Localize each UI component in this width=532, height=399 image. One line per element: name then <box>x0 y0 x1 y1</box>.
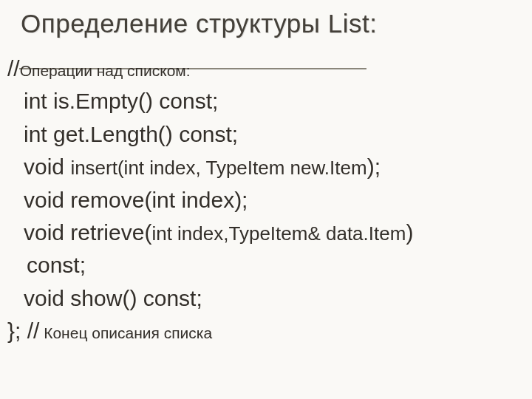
code-line-7: void show() const; <box>7 284 517 313</box>
code-line-5c: ) <box>406 220 413 245</box>
code-line-5b: int index,TypeItem& data.Item <box>151 222 406 245</box>
code-line-5: void retrieve(int index,TypeItem& data.I… <box>7 219 517 247</box>
code-line-8b: Конец описания списка <box>39 324 212 341</box>
slide-title: Определение структуры List: <box>21 9 377 38</box>
code-line-3c: ); <box>367 154 381 179</box>
slide: Определение структуры List: //Операции н… <box>0 0 532 399</box>
code-block: //Операции над списком: int is.Empty() c… <box>7 50 517 350</box>
code-line-3a: void <box>24 154 70 179</box>
comment-text: Операции над списком: <box>20 62 191 79</box>
code-line-8a: }; // <box>7 318 39 343</box>
code-line-5a: void retrieve( <box>24 220 151 245</box>
code-line-3b: insert(int index, TypeItem new.Item <box>70 157 366 179</box>
code-line-8: }; // Конец описания списка <box>7 317 517 345</box>
code-line-2: int get.Length() const; <box>7 120 517 149</box>
comment-slashes: // <box>7 56 20 81</box>
code-line-1: int is.Empty() const; <box>7 87 517 115</box>
code-line-6: const; <box>7 251 517 279</box>
code-line-3: void insert(int index, TypeItem new.Item… <box>7 153 517 181</box>
comment-line-1: //Операции над списком: <box>7 55 517 83</box>
code-line-4: void remove(int index); <box>7 186 517 214</box>
